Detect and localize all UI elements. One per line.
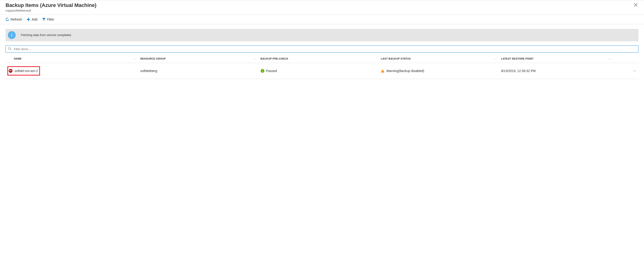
sort-icon: ↑↓ bbox=[608, 57, 611, 60]
table-row[interactable]: softdel-vm-am-2 softdeleterg Passed bbox=[6, 63, 638, 79]
close-button[interactable] bbox=[633, 2, 638, 8]
close-icon bbox=[634, 3, 638, 7]
col-actions bbox=[613, 54, 638, 63]
filter-input[interactable] bbox=[13, 47, 636, 51]
row-name[interactable]: softdel-vm-am-2 bbox=[14, 69, 38, 73]
page-subtitle: sogupsoftdeletevault bbox=[6, 9, 633, 12]
col-restore-label: LATEST RESTORE POINT bbox=[501, 57, 534, 60]
warning-icon bbox=[381, 69, 384, 72]
info-icon bbox=[8, 31, 16, 39]
col-latest-restore-point[interactable]: LATEST RESTORE POINT ↑↓ bbox=[499, 54, 613, 63]
svg-line-3 bbox=[10, 49, 11, 50]
sort-icon: ↑↓ bbox=[254, 57, 256, 60]
refresh-icon bbox=[6, 17, 9, 21]
sort-icon: ↑↓ bbox=[494, 57, 497, 60]
check-icon bbox=[261, 69, 264, 73]
svg-point-2 bbox=[8, 47, 11, 49]
info-bar: Fetching data from service completed. bbox=[6, 29, 638, 41]
sort-icon: ↑↓ bbox=[134, 57, 136, 60]
col-name-label: NAME bbox=[14, 57, 22, 60]
col-rg-label: RESOURCE GROUP bbox=[140, 57, 166, 60]
col-name[interactable]: NAME ↑↓ bbox=[6, 54, 138, 63]
more-icon: ⋯ bbox=[633, 69, 636, 73]
svg-point-0 bbox=[11, 33, 12, 34]
col-precheck-label: BACKUP PRE-CHECK bbox=[261, 57, 288, 60]
info-message: Fetching data from service completed. bbox=[18, 33, 72, 37]
highlight-annotation: softdel-vm-am-2 bbox=[8, 66, 40, 75]
col-backup-precheck[interactable]: BACKUP PRE-CHECK bbox=[259, 54, 379, 63]
add-label: Add bbox=[32, 17, 38, 21]
add-icon bbox=[26, 17, 30, 21]
col-resource-group[interactable]: RESOURCE GROUP ↑↓ bbox=[138, 54, 258, 63]
filter-box[interactable] bbox=[6, 45, 638, 53]
row-precheck: Passed bbox=[266, 69, 277, 73]
filter-label: Filter bbox=[47, 17, 54, 21]
col-last-backup-status[interactable]: LAST BACKUP STATUS ↑↓ bbox=[379, 54, 499, 63]
filter-button[interactable]: Filter bbox=[42, 17, 54, 21]
svg-rect-1 bbox=[12, 35, 12, 36]
refresh-label: Refresh bbox=[11, 17, 22, 21]
row-resource-group: softdeleterg bbox=[140, 69, 157, 73]
row-actions-button[interactable]: ⋯ bbox=[613, 63, 638, 79]
row-restore-point: 8/13/2019, 12:39:32 PM bbox=[501, 69, 536, 73]
row-status: Warning(Backup disabled) bbox=[386, 69, 424, 73]
filter-icon bbox=[42, 17, 46, 21]
no-entry-icon bbox=[8, 69, 13, 73]
refresh-button[interactable]: Refresh bbox=[6, 17, 22, 21]
backup-items-table: NAME ↑↓ RESOURCE GROUP ↑↓ BACKUP PRE-CHE… bbox=[6, 54, 638, 79]
page-title: Backup Items (Azure Virtual Machine) bbox=[6, 2, 633, 9]
search-icon bbox=[8, 47, 11, 51]
col-status-label: LAST BACKUP STATUS bbox=[381, 57, 410, 60]
add-button[interactable]: Add bbox=[26, 17, 38, 21]
